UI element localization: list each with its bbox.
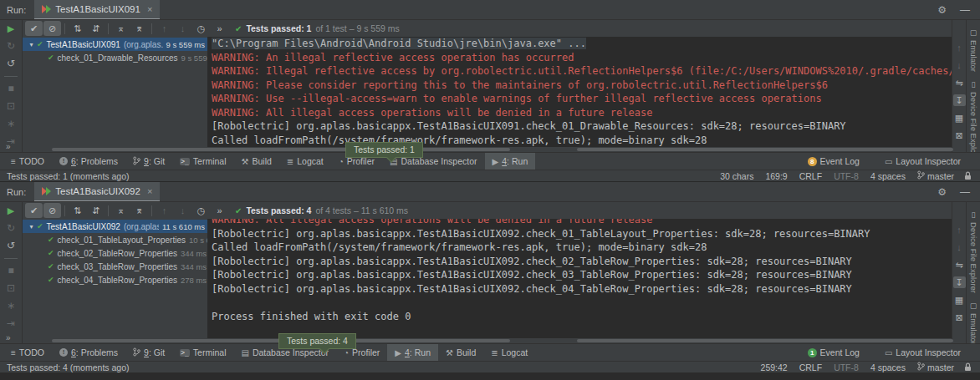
toolwindow-button-git[interactable]: 9: Git [125, 344, 172, 361]
stop-icon[interactable]: ■ [8, 265, 13, 277]
soft-wrap-icon[interactable]: ⇋ [953, 259, 966, 271]
prev-occurrence-icon[interactable]: ↑ [953, 42, 966, 53]
statusbar-layout-inspector[interactable]: ▭Layout Inspector [877, 347, 968, 357]
previous-failed-test-icon[interactable]: ↑ [156, 203, 173, 218]
collapse-all-icon[interactable]: ⌆ [130, 21, 148, 36]
toolwindow-button-build[interactable]: ⚒Build [233, 153, 278, 170]
gear-icon[interactable]: ⚙ [937, 4, 947, 16]
sort-alphabetically-icon[interactable]: ⇅ [69, 203, 86, 218]
toolwindow-button-todo[interactable]: ≡TODO [3, 153, 52, 170]
collapse-all-icon[interactable]: ⌆ [130, 203, 148, 218]
toolwindow-button-logcat[interactable]: ≣Logcat [483, 344, 535, 361]
rerun-failed-tests-icon[interactable]: ↺ [7, 240, 15, 252]
toolwindow-button-git[interactable]: 9: Git [125, 153, 172, 170]
statusbar-event-log[interactable]: 1Event Log [800, 347, 867, 357]
test-tree-row[interactable]: ✔check_04_TableRow_Properties278 ms [23, 273, 207, 286]
rerun-icon[interactable]: ↻ [7, 222, 15, 235]
status-169-9[interactable]: 169:9 [765, 171, 787, 181]
run-play-icon[interactable]: ▶ [8, 23, 14, 35]
expand-all-icon[interactable]: ⌅ [112, 21, 130, 36]
next-failed-test-icon[interactable]: ↓ [174, 21, 191, 36]
console-hscrollbar[interactable] [577, 148, 953, 151]
toolwindow-button-terminal[interactable]: >_Terminal [172, 344, 233, 361]
hide-window-icon[interactable]: — [960, 4, 970, 16]
toolwindow-button-terminal[interactable]: >_Terminal [172, 153, 233, 170]
status-utf-8[interactable]: UTF-8 [834, 171, 859, 181]
chevron-down-icon[interactable]: ▾ [26, 41, 37, 48]
console-hscrollbar[interactable] [577, 339, 953, 342]
status-crlf[interactable]: CRLF [799, 362, 822, 372]
hide-window-icon[interactable]: — [960, 186, 970, 198]
status-4-spaces[interactable]: 4 spaces [870, 171, 906, 181]
clear-console-icon[interactable]: ⊠ [953, 129, 966, 141]
tool-window-button-device-file-explorer[interactable]: ▯Device File Explorer [969, 80, 978, 163]
show-passed-icon[interactable]: ✔ [25, 203, 43, 218]
scroll-to-end-icon[interactable]: ↧ [953, 94, 966, 106]
status-master[interactable]: master [917, 362, 954, 372]
hidden-toolbar-chevron-icon[interactable]: » [6, 142, 11, 151]
toolwindow-button-problems[interactable]: !6: Problems [52, 344, 125, 361]
show-passed-icon[interactable]: ✔ [25, 21, 43, 36]
show-ignored-icon[interactable]: ⊘ [43, 203, 61, 218]
test-history-icon[interactable]: ◷ [192, 21, 210, 36]
test-tree-row[interactable]: ✔check_02_TableRow_Properties344 ms [23, 246, 207, 260]
rerun-failed-tests-icon[interactable]: ↺ [7, 58, 15, 70]
status-4-spaces[interactable]: 4 spaces [870, 362, 906, 372]
toolwindow-button-run[interactable]: ▶4: Run [387, 344, 438, 361]
status-utf-8[interactable]: UTF-8 [834, 362, 859, 372]
test-tree-row[interactable]: ✔check_03_TableRow_Properties344 ms [23, 260, 207, 273]
sort-by-duration-icon[interactable]: ⇵ [87, 203, 105, 218]
tool-window-button-emulator[interactable]: ▢Emulator [969, 28, 978, 72]
clear-console-icon[interactable]: ⊠ [953, 312, 966, 323]
status-259-42[interactable]: 259:42 [761, 362, 788, 372]
more-toolbar-actions-icon[interactable]: » [211, 203, 228, 218]
statusbar-layout-inspector[interactable]: ▭Layout Inspector [877, 156, 968, 166]
more-toolbar-actions-icon[interactable]: » [211, 21, 228, 36]
toolwindow-button-logcat[interactable]: ≣Logcat [279, 153, 331, 170]
status-crlf[interactable]: CRLF [799, 171, 822, 181]
lock-icon[interactable] [964, 171, 972, 180]
restore-layout-icon[interactable]: ∗ [7, 118, 15, 130]
test-tree-row[interactable]: ▾✔TestA1BasicUIX092(org.aplas.basicap11 … [23, 220, 207, 233]
run-tab-testa1basicuix092[interactable]: TestA1BasicUIX092 × [34, 182, 160, 201]
test-history-icon[interactable]: ◷ [192, 203, 210, 218]
toolwindow-button-run[interactable]: ▶4: Run [485, 153, 536, 170]
screenshot-icon[interactable]: ⊡ [7, 100, 15, 113]
sort-by-duration-icon[interactable]: ⇵ [87, 21, 105, 36]
next-occurrence-icon[interactable]: ↓ [953, 241, 966, 253]
statusbar-event-log[interactable]: 8Event Log [800, 156, 867, 166]
scroll-to-end-icon[interactable]: ↧ [953, 276, 966, 288]
run-play-icon[interactable]: ▶ [8, 205, 14, 217]
lock-icon[interactable] [964, 362, 972, 372]
status-master[interactable]: master [917, 170, 954, 181]
tool-window-button-device-file-explorer[interactable]: ▯Device File Explorer [969, 210, 978, 293]
run-tab-testa1basicuix091[interactable]: TestA1BasicUIX091 × [34, 0, 160, 19]
toolwindow-button-build[interactable]: ⚒Build [438, 344, 483, 361]
toolwindow-button-todo[interactable]: ≡TODO [3, 344, 52, 361]
rerun-icon[interactable]: ↻ [7, 40, 15, 53]
expand-all-icon[interactable]: ⌅ [112, 203, 130, 218]
test-tree-row[interactable]: ▾✔TestA1BasicUIX091(org.aplas.basicap9 s… [23, 38, 207, 51]
next-occurrence-icon[interactable]: ↓ [953, 59, 966, 71]
status-30-chars[interactable]: 30 chars [720, 171, 753, 181]
previous-failed-test-icon[interactable]: ↑ [156, 21, 173, 36]
chevron-down-icon[interactable]: ▾ [26, 223, 37, 231]
gear-icon[interactable]: ⚙ [937, 186, 947, 198]
pin-tab-icon[interactable]: ⇥ [7, 317, 15, 330]
hidden-toolbar-chevron-icon[interactable]: » [6, 333, 11, 342]
close-icon[interactable]: × [147, 186, 152, 196]
show-ignored-icon[interactable]: ⊘ [43, 21, 61, 36]
toolwindow-button-problems[interactable]: !6: Problems [52, 153, 125, 170]
print-icon[interactable]: ▦ [953, 294, 966, 306]
tree-hscrollbar[interactable] [52, 148, 510, 151]
tool-window-button-emulator[interactable]: ▢Emulator [969, 301, 978, 345]
close-icon[interactable]: × [147, 4, 152, 14]
test-tree-row[interactable]: ✔check_01_Drawable_Resources9 s 559 ms [23, 51, 207, 64]
test-tree-row[interactable]: ✔check_01_TableLayout_Properties10 s 644… [23, 233, 207, 246]
next-failed-test-icon[interactable]: ↓ [174, 203, 191, 218]
stop-icon[interactable]: ■ [8, 83, 13, 95]
soft-wrap-icon[interactable]: ⇋ [953, 77, 966, 89]
restore-layout-icon[interactable]: ∗ [7, 300, 15, 312]
prev-occurrence-icon[interactable]: ↑ [953, 224, 966, 236]
screenshot-icon[interactable]: ⊡ [7, 282, 15, 295]
